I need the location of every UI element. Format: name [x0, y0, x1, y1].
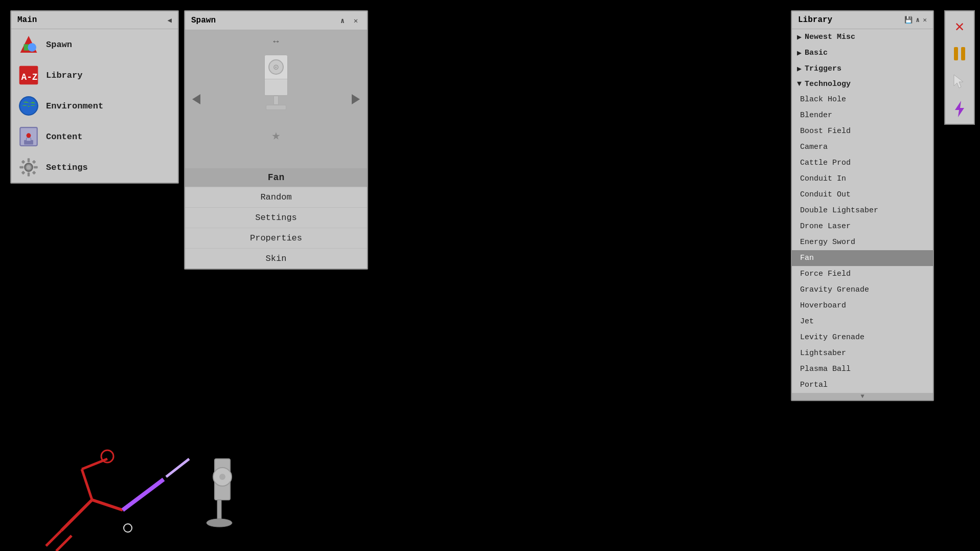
- category-expand-icon: ▶: [797, 48, 802, 58]
- svg-rect-23: [954, 47, 958, 60]
- spawn-minimize-btn[interactable]: ∧: [337, 15, 348, 26]
- sidebar-item-spawn[interactable]: Spawn: [11, 29, 178, 60]
- category-label: Newest Misc: [805, 33, 855, 41]
- svg-rect-18: [34, 166, 38, 168]
- sidebar-item-library[interactable]: A-Z Library: [11, 60, 178, 91]
- library-item-black-hole[interactable]: Black Hole: [792, 92, 933, 107]
- svg-point-2: [28, 43, 36, 52]
- environment-label: Environment: [46, 101, 103, 111]
- category-expand-icon: ▶: [797, 64, 802, 74]
- spawn-skin-btn[interactable]: Skin: [185, 248, 367, 269]
- library-item-force-field[interactable]: Force Field: [792, 266, 933, 282]
- svg-rect-16: [28, 172, 30, 177]
- library-category-basic[interactable]: ▶ Basic: [792, 45, 933, 61]
- svg-rect-20: [32, 160, 36, 164]
- library-category-triggers[interactable]: ▶ Triggers: [792, 61, 933, 77]
- content-label: Content: [46, 132, 82, 142]
- library-item-gravity-grenade[interactable]: Gravity Grenade: [792, 282, 933, 298]
- spawn-item-name: Fan: [185, 168, 367, 187]
- spawn-label: Spawn: [46, 40, 72, 50]
- svg-point-12: [27, 133, 31, 138]
- spawn-object-preview: ⊙ ★: [261, 55, 291, 144]
- category-expand-icon: ▼: [797, 80, 802, 89]
- fan-head: ⊙: [264, 55, 288, 96]
- spawn-properties-btn[interactable]: Properties: [185, 228, 367, 248]
- svg-rect-21: [21, 171, 26, 175]
- spawn-prev-btn[interactable]: [192, 94, 200, 104]
- library-label: Library: [46, 71, 82, 80]
- library-item-conduit-in[interactable]: Conduit In: [792, 171, 933, 187]
- library-category-newest-misc[interactable]: ▶ Newest Misc: [792, 29, 933, 45]
- lightning-icon: [952, 100, 967, 118]
- spawn-close-btn[interactable]: ✕: [351, 15, 361, 26]
- svg-rect-22: [32, 171, 36, 175]
- library-item-lightsaber[interactable]: Lightsaber: [792, 345, 933, 361]
- svg-point-14: [27, 165, 31, 170]
- spawn-favorite-star[interactable]: ★: [272, 126, 281, 144]
- lightning-btn[interactable]: [948, 97, 971, 121]
- environment-icon: [18, 96, 39, 116]
- spawn-panel-title: Spawn: [191, 16, 216, 25]
- library-item-drone-laser[interactable]: Drone Laser: [792, 218, 933, 234]
- sidebar-item-content[interactable]: Content: [11, 121, 178, 152]
- library-minimize-btn[interactable]: ∧: [916, 16, 920, 24]
- library-item-levity-grenade[interactable]: Levity Grenade: [792, 329, 933, 345]
- settings-icon: [18, 157, 39, 178]
- pause-btn[interactable]: [948, 42, 971, 65]
- main-panel-collapse[interactable]: ◀: [168, 16, 172, 25]
- svg-marker-26: [955, 101, 964, 117]
- category-label: Technology: [805, 80, 851, 89]
- library-panel-titlebar: Library 💾 ∧ ✕: [792, 11, 933, 29]
- library-item-plasma-ball[interactable]: Plasma Ball: [792, 361, 933, 377]
- content-icon: [18, 126, 39, 147]
- library-item-camera[interactable]: Camera: [792, 139, 933, 155]
- category-label: Triggers: [805, 64, 841, 73]
- main-panel: Main ◀ Spawn A-Z Library: [10, 10, 179, 184]
- spawn-panel: Spawn ∧ ✕ ↔ ⊙ ★ Fan: [184, 10, 368, 270]
- svg-rect-11: [27, 138, 31, 141]
- library-item-blender[interactable]: Blender: [792, 107, 933, 123]
- library-item-double-lightsaber[interactable]: Double Lightsaber: [792, 203, 933, 218]
- spawn-panel-titlebar: Spawn ∧ ✕: [185, 11, 367, 30]
- spawn-next-btn[interactable]: [352, 94, 360, 104]
- spawn-panel-controls: ∧ ✕: [337, 15, 361, 26]
- spawn-horizontal-arrows: ↔: [274, 36, 279, 47]
- library-item-fan[interactable]: Fan: [792, 250, 933, 266]
- pause-icon: [950, 45, 969, 63]
- main-panel-title: Main: [17, 15, 37, 25]
- svg-rect-15: [28, 158, 30, 162]
- fan-neck: [274, 96, 279, 105]
- library-close-btn[interactable]: ✕: [923, 16, 927, 24]
- library-item-hoverboard[interactable]: Hoverboard: [792, 298, 933, 314]
- library-item-portal[interactable]: Portal: [792, 377, 933, 393]
- library-item-jet[interactable]: Jet: [792, 314, 933, 329]
- spawn-settings-btn[interactable]: Settings: [185, 207, 367, 228]
- cursor-icon: [952, 74, 967, 89]
- library-save-btn[interactable]: 💾: [904, 16, 913, 24]
- spawn-icon: [18, 34, 39, 55]
- svg-text:A-Z: A-Z: [21, 72, 38, 82]
- library-panel-controls: 💾 ∧ ✕: [904, 16, 927, 24]
- spawn-menu-items: Random Settings Properties Skin: [185, 187, 367, 269]
- library-item-conduit-out[interactable]: Conduit Out: [792, 187, 933, 203]
- main-panel-titlebar: Main ◀: [11, 11, 178, 29]
- library-item-cattle-prod[interactable]: Cattle Prod: [792, 155, 933, 171]
- svg-rect-19: [21, 160, 26, 164]
- library-item-energy-sword[interactable]: Energy Sword: [792, 234, 933, 250]
- spawn-preview-area: ↔ ⊙ ★: [185, 30, 367, 168]
- library-icon: A-Z: [18, 65, 39, 85]
- fan-preview: ⊙: [261, 55, 291, 116]
- fan-base: [266, 105, 286, 110]
- svg-rect-24: [961, 47, 965, 60]
- cursor-btn[interactable]: [948, 70, 971, 93]
- close-icon: ✕: [955, 17, 964, 36]
- right-panel: ✕: [944, 10, 975, 125]
- library-category-technology[interactable]: ▼ Technology: [792, 77, 933, 92]
- sidebar-item-environment[interactable]: Environment: [11, 91, 178, 121]
- library-scroll-down[interactable]: ▼: [792, 393, 933, 400]
- library-item-boost-field[interactable]: Boost Field: [792, 123, 933, 139]
- library-panel-title: Library: [798, 15, 832, 25]
- close-btn[interactable]: ✕: [948, 14, 971, 38]
- spawn-random-btn[interactable]: Random: [185, 187, 367, 207]
- sidebar-item-settings[interactable]: Settings: [11, 152, 178, 183]
